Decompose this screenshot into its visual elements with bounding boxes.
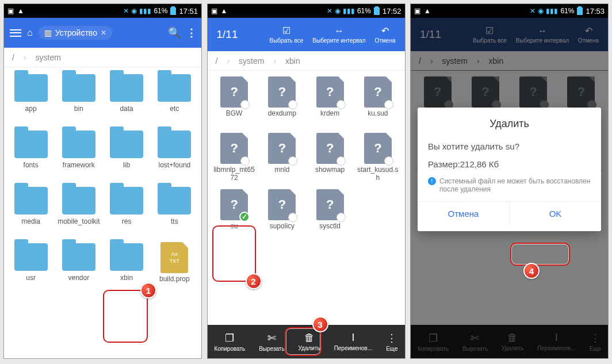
select-circle[interactable] — [336, 156, 346, 166]
unknown-file-icon: ? — [220, 133, 248, 164]
menu-icon[interactable] — [10, 29, 21, 37]
home-icon[interactable]: ⌂ — [27, 28, 33, 38]
file-supolicy[interactable]: ?supolicy — [259, 188, 305, 242]
file-label: dexdump — [268, 110, 296, 118]
file-mnld[interactable]: ?mnld — [259, 132, 305, 186]
file-label: res — [122, 218, 132, 226]
phone-screen-1: ▣ ▲ ✕ ◉ ▮▮▮ 61% 17:51 ⌂ ▥ Устройство ✕ 🔍… — [3, 3, 202, 359]
crumb-root[interactable]: / — [12, 53, 14, 62]
file-label: su — [231, 223, 238, 231]
file-libmnlp_mt6572[interactable]: ?libmnlp_mt6572 — [211, 132, 258, 186]
search-icon[interactable]: 🔍 — [168, 26, 181, 39]
check-icon: ✓ — [239, 212, 250, 222]
folder-icon — [110, 74, 143, 102]
clock: 17:53 — [586, 7, 605, 16]
file-dexdump[interactable]: ?dexdump — [259, 75, 305, 129]
folder-xbin[interactable]: xbin — [104, 241, 150, 295]
copy-button[interactable]: ❐Копировать — [214, 332, 245, 352]
device-chip[interactable]: ▥ Устройство ✕ — [39, 26, 112, 40]
signal-icon: ▮▮▮ — [343, 7, 355, 15]
select-circle[interactable] — [240, 156, 250, 166]
bottom-actions: ❐Копировать ✄Вырезать 🗑Удалить IПереимен… — [208, 325, 405, 358]
select-all-button[interactable]: ☑Выбрать все — [265, 25, 308, 44]
cancel-button[interactable]: ↶Отмена — [370, 25, 400, 44]
select-range-button[interactable]: ↔Выберите интервал — [308, 26, 370, 44]
crumb-system[interactable]: system — [239, 56, 264, 66]
folder-lost+found[interactable]: lost+found — [151, 128, 198, 182]
folder-media[interactable]: media — [7, 185, 54, 239]
select-circle[interactable] — [336, 100, 346, 109]
folder-tts[interactable]: tts — [151, 185, 198, 239]
select-circle[interactable] — [384, 156, 393, 166]
clock: 17:51 — [179, 7, 198, 16]
file-ku.sud[interactable]: ?ku.sud — [354, 75, 401, 129]
breadcrumb[interactable]: / › system — [4, 48, 201, 67]
file-label: mobile_toolkit — [58, 218, 100, 226]
image-icon: ▣ — [211, 7, 217, 15]
file-BGW[interactable]: ?BGW — [211, 75, 258, 129]
image-icon: ▣ — [7, 7, 14, 15]
svg-rect-4 — [577, 7, 583, 15]
folder-data[interactable]: data — [104, 72, 150, 126]
file-krdem[interactable]: ?krdem — [307, 75, 353, 129]
select-circle[interactable] — [240, 100, 250, 109]
file-build-prop[interactable]: A≡TXTbuild.prop — [151, 241, 198, 295]
file-grid: ?BGW?dexdump?krdem?ku.sud?libmnlp_mt6572… — [208, 71, 405, 325]
breadcrumb[interactable]: /› system› xbin — [208, 51, 405, 71]
folder-bin[interactable]: bin — [55, 72, 102, 126]
file-label: fonts — [24, 162, 39, 170]
file-label: tts — [171, 218, 178, 226]
folder-vendor[interactable]: vendor — [55, 241, 102, 295]
delete-button[interactable]: 🗑Удалить — [299, 332, 320, 351]
battery-icon — [170, 6, 177, 16]
dialog-cancel-button[interactable]: Отмена — [418, 202, 509, 225]
unknown-file-icon: ? — [364, 76, 392, 108]
folder-fonts[interactable]: fonts — [7, 128, 54, 182]
crumb-root[interactable]: / — [216, 56, 218, 66]
battery-text: 61% — [357, 7, 371, 15]
cut-button[interactable]: ✄Вырезать — [259, 332, 284, 352]
file-label: bin — [74, 105, 83, 113]
folder-lib[interactable]: lib — [104, 128, 150, 182]
overflow-icon[interactable]: ⋮ — [186, 26, 196, 39]
image-icon: ▣ — [414, 7, 420, 15]
chevron-icon: › — [273, 56, 276, 66]
rename-button[interactable]: IПереименов... — [334, 332, 373, 351]
dialog-message: Вы хотите удалить su? — [428, 141, 591, 151]
folder-mobile_toolkit[interactable]: mobile_toolkit — [55, 185, 102, 239]
file-label: media — [21, 218, 40, 226]
folder-etc[interactable]: etc — [151, 72, 198, 126]
crumb-system[interactable]: system — [36, 53, 61, 62]
file-start_kusud.sh[interactable]: ?start_kusud.sh — [354, 132, 401, 186]
select-circle[interactable] — [384, 100, 393, 109]
file-su[interactable]: ?✓su — [211, 188, 258, 242]
chevron-icon: › — [24, 53, 26, 62]
more-button[interactable]: ⋮Еще — [386, 332, 397, 352]
folder-res[interactable]: res — [104, 185, 150, 239]
select-circle[interactable] — [288, 213, 297, 222]
undo-icon: ↶ — [375, 25, 396, 36]
file-showmap[interactable]: ?showmap — [307, 132, 353, 186]
doc-icon: A≡TXT — [160, 242, 188, 273]
crumb-xbin[interactable]: xbin — [285, 56, 300, 66]
folder-framework[interactable]: framework — [55, 128, 102, 182]
warning-icon: ▲ — [221, 7, 228, 15]
dialog-ok-button[interactable]: OK — [509, 202, 601, 225]
copy-icon: ❐ — [214, 332, 245, 344]
unknown-file-icon: ? — [268, 76, 296, 108]
wifi-icon: ◉ — [538, 7, 544, 15]
unknown-file-icon: ?✓ — [220, 189, 248, 220]
select-circle[interactable] — [288, 156, 297, 166]
status-bar: ▣▲ ✕◉▮▮▮ 61% 17:52 — [208, 4, 405, 18]
folder-usr[interactable]: usr — [7, 241, 54, 295]
select-circle[interactable] — [336, 213, 346, 222]
close-chip-icon[interactable]: ✕ — [101, 29, 106, 37]
folder-app[interactable]: app — [7, 72, 54, 126]
select-circle[interactable] — [288, 100, 297, 109]
phone-screen-3: ▣▲ ✕◉▮▮▮ 61% 17:53 1/11 ☑Выбрать все ↔Вы… — [410, 3, 609, 359]
chevron-icon: › — [227, 56, 230, 66]
file-sysctld[interactable]: ?sysctld — [307, 188, 353, 242]
file-label: app — [25, 105, 37, 113]
battery-text: 61% — [560, 7, 574, 15]
folder-icon — [62, 187, 95, 214]
